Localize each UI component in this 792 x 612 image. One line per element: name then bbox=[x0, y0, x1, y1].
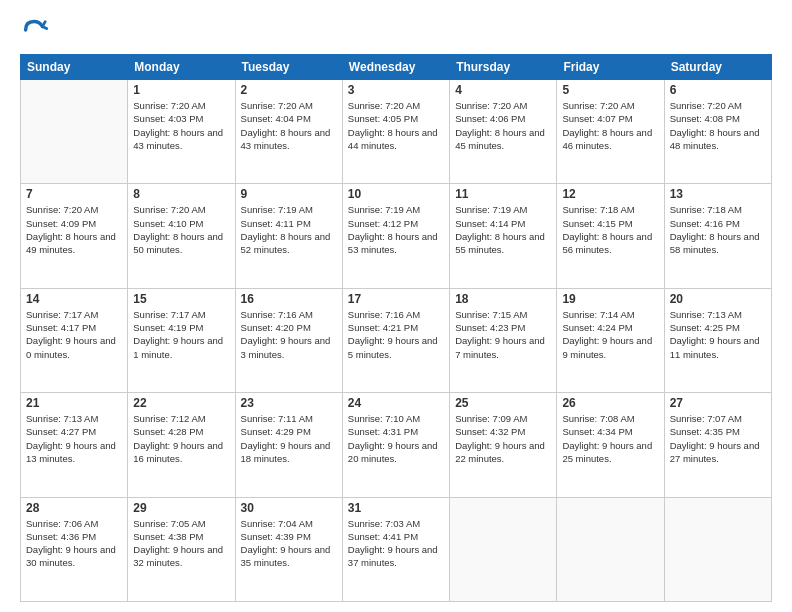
calendar-cell: 18Sunrise: 7:15 AMSunset: 4:23 PMDayligh… bbox=[450, 288, 557, 392]
day-detail: Sunrise: 7:06 AMSunset: 4:36 PMDaylight:… bbox=[26, 517, 122, 570]
calendar-cell: 31Sunrise: 7:03 AMSunset: 4:41 PMDayligh… bbox=[342, 497, 449, 601]
day-detail: Sunrise: 7:13 AMSunset: 4:25 PMDaylight:… bbox=[670, 308, 766, 361]
day-number: 1 bbox=[133, 83, 229, 97]
day-detail: Sunrise: 7:04 AMSunset: 4:39 PMDaylight:… bbox=[241, 517, 337, 570]
day-number: 28 bbox=[26, 501, 122, 515]
calendar-cell: 21Sunrise: 7:13 AMSunset: 4:27 PMDayligh… bbox=[21, 393, 128, 497]
calendar-cell: 3Sunrise: 7:20 AMSunset: 4:05 PMDaylight… bbox=[342, 80, 449, 184]
calendar-cell: 16Sunrise: 7:16 AMSunset: 4:20 PMDayligh… bbox=[235, 288, 342, 392]
day-number: 3 bbox=[348, 83, 444, 97]
day-number: 12 bbox=[562, 187, 658, 201]
day-detail: Sunrise: 7:17 AMSunset: 4:17 PMDaylight:… bbox=[26, 308, 122, 361]
day-detail: Sunrise: 7:08 AMSunset: 4:34 PMDaylight:… bbox=[562, 412, 658, 465]
day-detail: Sunrise: 7:16 AMSunset: 4:20 PMDaylight:… bbox=[241, 308, 337, 361]
day-detail: Sunrise: 7:20 AMSunset: 4:05 PMDaylight:… bbox=[348, 99, 444, 152]
day-number: 10 bbox=[348, 187, 444, 201]
calendar-cell: 22Sunrise: 7:12 AMSunset: 4:28 PMDayligh… bbox=[128, 393, 235, 497]
calendar-cell: 20Sunrise: 7:13 AMSunset: 4:25 PMDayligh… bbox=[664, 288, 771, 392]
calendar-cell bbox=[21, 80, 128, 184]
day-detail: Sunrise: 7:07 AMSunset: 4:35 PMDaylight:… bbox=[670, 412, 766, 465]
day-detail: Sunrise: 7:20 AMSunset: 4:07 PMDaylight:… bbox=[562, 99, 658, 152]
day-number: 15 bbox=[133, 292, 229, 306]
day-detail: Sunrise: 7:20 AMSunset: 4:10 PMDaylight:… bbox=[133, 203, 229, 256]
day-number: 24 bbox=[348, 396, 444, 410]
day-number: 21 bbox=[26, 396, 122, 410]
day-number: 13 bbox=[670, 187, 766, 201]
calendar-cell: 23Sunrise: 7:11 AMSunset: 4:29 PMDayligh… bbox=[235, 393, 342, 497]
day-number: 17 bbox=[348, 292, 444, 306]
calendar-cell: 13Sunrise: 7:18 AMSunset: 4:16 PMDayligh… bbox=[664, 184, 771, 288]
day-detail: Sunrise: 7:14 AMSunset: 4:24 PMDaylight:… bbox=[562, 308, 658, 361]
calendar-cell bbox=[557, 497, 664, 601]
day-detail: Sunrise: 7:18 AMSunset: 4:15 PMDaylight:… bbox=[562, 203, 658, 256]
day-number: 20 bbox=[670, 292, 766, 306]
calendar-table: SundayMondayTuesdayWednesdayThursdayFrid… bbox=[20, 54, 772, 602]
day-number: 6 bbox=[670, 83, 766, 97]
day-detail: Sunrise: 7:18 AMSunset: 4:16 PMDaylight:… bbox=[670, 203, 766, 256]
logo bbox=[20, 16, 52, 44]
calendar-cell: 11Sunrise: 7:19 AMSunset: 4:14 PMDayligh… bbox=[450, 184, 557, 288]
day-number: 23 bbox=[241, 396, 337, 410]
day-number: 18 bbox=[455, 292, 551, 306]
weekday-sunday: Sunday bbox=[21, 55, 128, 80]
calendar-cell bbox=[450, 497, 557, 601]
day-number: 7 bbox=[26, 187, 122, 201]
weekday-header-row: SundayMondayTuesdayWednesdayThursdayFrid… bbox=[21, 55, 772, 80]
day-detail: Sunrise: 7:20 AMSunset: 4:09 PMDaylight:… bbox=[26, 203, 122, 256]
header bbox=[20, 16, 772, 44]
calendar-cell: 10Sunrise: 7:19 AMSunset: 4:12 PMDayligh… bbox=[342, 184, 449, 288]
day-detail: Sunrise: 7:03 AMSunset: 4:41 PMDaylight:… bbox=[348, 517, 444, 570]
calendar-cell: 6Sunrise: 7:20 AMSunset: 4:08 PMDaylight… bbox=[664, 80, 771, 184]
calendar-cell: 27Sunrise: 7:07 AMSunset: 4:35 PMDayligh… bbox=[664, 393, 771, 497]
day-detail: Sunrise: 7:10 AMSunset: 4:31 PMDaylight:… bbox=[348, 412, 444, 465]
day-number: 26 bbox=[562, 396, 658, 410]
calendar-cell: 14Sunrise: 7:17 AMSunset: 4:17 PMDayligh… bbox=[21, 288, 128, 392]
calendar-cell: 25Sunrise: 7:09 AMSunset: 4:32 PMDayligh… bbox=[450, 393, 557, 497]
day-number: 27 bbox=[670, 396, 766, 410]
calendar-cell: 17Sunrise: 7:16 AMSunset: 4:21 PMDayligh… bbox=[342, 288, 449, 392]
calendar-cell: 28Sunrise: 7:06 AMSunset: 4:36 PMDayligh… bbox=[21, 497, 128, 601]
page: SundayMondayTuesdayWednesdayThursdayFrid… bbox=[0, 0, 792, 612]
calendar-cell: 30Sunrise: 7:04 AMSunset: 4:39 PMDayligh… bbox=[235, 497, 342, 601]
calendar-cell: 1Sunrise: 7:20 AMSunset: 4:03 PMDaylight… bbox=[128, 80, 235, 184]
day-number: 5 bbox=[562, 83, 658, 97]
calendar-cell: 29Sunrise: 7:05 AMSunset: 4:38 PMDayligh… bbox=[128, 497, 235, 601]
weekday-thursday: Thursday bbox=[450, 55, 557, 80]
calendar-cell: 26Sunrise: 7:08 AMSunset: 4:34 PMDayligh… bbox=[557, 393, 664, 497]
week-row-4: 21Sunrise: 7:13 AMSunset: 4:27 PMDayligh… bbox=[21, 393, 772, 497]
day-number: 9 bbox=[241, 187, 337, 201]
week-row-5: 28Sunrise: 7:06 AMSunset: 4:36 PMDayligh… bbox=[21, 497, 772, 601]
calendar-cell: 15Sunrise: 7:17 AMSunset: 4:19 PMDayligh… bbox=[128, 288, 235, 392]
weekday-monday: Monday bbox=[128, 55, 235, 80]
day-detail: Sunrise: 7:17 AMSunset: 4:19 PMDaylight:… bbox=[133, 308, 229, 361]
day-number: 22 bbox=[133, 396, 229, 410]
day-detail: Sunrise: 7:05 AMSunset: 4:38 PMDaylight:… bbox=[133, 517, 229, 570]
day-number: 2 bbox=[241, 83, 337, 97]
day-number: 30 bbox=[241, 501, 337, 515]
day-number: 19 bbox=[562, 292, 658, 306]
day-number: 14 bbox=[26, 292, 122, 306]
day-detail: Sunrise: 7:12 AMSunset: 4:28 PMDaylight:… bbox=[133, 412, 229, 465]
day-detail: Sunrise: 7:20 AMSunset: 4:03 PMDaylight:… bbox=[133, 99, 229, 152]
day-detail: Sunrise: 7:16 AMSunset: 4:21 PMDaylight:… bbox=[348, 308, 444, 361]
week-row-1: 1Sunrise: 7:20 AMSunset: 4:03 PMDaylight… bbox=[21, 80, 772, 184]
calendar-cell: 4Sunrise: 7:20 AMSunset: 4:06 PMDaylight… bbox=[450, 80, 557, 184]
weekday-tuesday: Tuesday bbox=[235, 55, 342, 80]
calendar-cell: 5Sunrise: 7:20 AMSunset: 4:07 PMDaylight… bbox=[557, 80, 664, 184]
calendar-cell bbox=[664, 497, 771, 601]
weekday-friday: Friday bbox=[557, 55, 664, 80]
day-number: 25 bbox=[455, 396, 551, 410]
calendar-cell: 9Sunrise: 7:19 AMSunset: 4:11 PMDaylight… bbox=[235, 184, 342, 288]
day-number: 16 bbox=[241, 292, 337, 306]
day-detail: Sunrise: 7:20 AMSunset: 4:08 PMDaylight:… bbox=[670, 99, 766, 152]
day-detail: Sunrise: 7:19 AMSunset: 4:14 PMDaylight:… bbox=[455, 203, 551, 256]
calendar-cell: 24Sunrise: 7:10 AMSunset: 4:31 PMDayligh… bbox=[342, 393, 449, 497]
day-detail: Sunrise: 7:11 AMSunset: 4:29 PMDaylight:… bbox=[241, 412, 337, 465]
calendar-cell: 2Sunrise: 7:20 AMSunset: 4:04 PMDaylight… bbox=[235, 80, 342, 184]
day-number: 4 bbox=[455, 83, 551, 97]
calendar-cell: 7Sunrise: 7:20 AMSunset: 4:09 PMDaylight… bbox=[21, 184, 128, 288]
day-number: 29 bbox=[133, 501, 229, 515]
day-detail: Sunrise: 7:15 AMSunset: 4:23 PMDaylight:… bbox=[455, 308, 551, 361]
weekday-saturday: Saturday bbox=[664, 55, 771, 80]
day-detail: Sunrise: 7:20 AMSunset: 4:04 PMDaylight:… bbox=[241, 99, 337, 152]
